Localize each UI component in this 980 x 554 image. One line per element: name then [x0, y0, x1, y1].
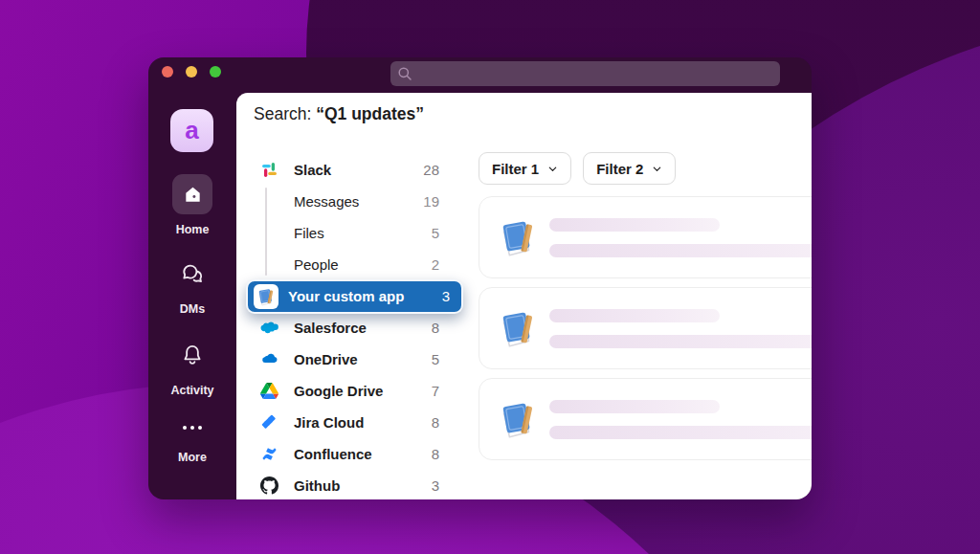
source-name: Messages: [294, 193, 359, 210]
source-row-people[interactable]: People 2: [254, 249, 441, 280]
source-row-github[interactable]: Github 3: [254, 470, 441, 499]
source-count: 7: [432, 383, 441, 399]
source-count: 3: [432, 477, 441, 494]
gdrive-icon: [260, 382, 278, 400]
source-name: Google Drive: [294, 383, 383, 399]
result-card[interactable]: [479, 287, 812, 369]
onedrive-icon: [260, 350, 278, 368]
app-window: a Home DMs Activity More Search: “Q1 upd…: [148, 57, 812, 499]
sidebar: a Home DMs Activity More: [148, 93, 236, 499]
source-row-messages[interactable]: Messages 19: [254, 186, 441, 217]
search-icon: [397, 66, 412, 81]
source-row-google-drive[interactable]: Google Drive 7: [254, 375, 441, 407]
source-count: 5: [432, 225, 441, 241]
source-count: 28: [423, 162, 441, 178]
activity-icon[interactable]: [180, 343, 205, 367]
titlebar: [148, 57, 812, 93]
filter-2-button[interactable]: Filter 2: [583, 152, 676, 185]
confluence-icon: [260, 445, 278, 463]
search-query-text: “Q1 updates”: [316, 104, 424, 123]
more-icon[interactable]: [180, 422, 205, 433]
source-count: 3: [442, 288, 461, 304]
minimize-button[interactable]: [186, 66, 197, 78]
sidebar-item-home[interactable]: [172, 174, 212, 214]
titlebar-search-input[interactable]: [390, 61, 780, 86]
source-count: 8: [432, 320, 441, 336]
github-icon: [260, 476, 278, 495]
source-row-onedrive[interactable]: OneDrive 5: [254, 343, 441, 375]
source-name: Your custom app: [288, 288, 404, 304]
source-name: Files: [294, 225, 324, 241]
source-row-confluence[interactable]: Confluence 8: [254, 438, 441, 470]
source-count: 8: [432, 414, 441, 431]
filter-bar: Filter 1 Filter 2: [479, 152, 676, 185]
result-card[interactable]: [479, 196, 812, 278]
slack-icon: [260, 161, 278, 179]
customapp-icon: [254, 284, 278, 309]
chevron-down-icon: [547, 164, 558, 174]
source-name: OneDrive: [294, 351, 358, 367]
salesforce-icon: [260, 319, 278, 337]
source-name: Github: [294, 477, 340, 494]
skeleton-line: [549, 218, 720, 232]
zoom-button[interactable]: [210, 66, 221, 78]
source-name: Slack: [294, 162, 331, 178]
page-title: Search: “Q1 updates”: [254, 104, 424, 124]
search-results-panel: Search: “Q1 updates” Slack 28 Messages 1…: [236, 93, 812, 499]
source-count: 5: [432, 351, 441, 367]
filter-1-button[interactable]: Filter 1: [479, 152, 571, 185]
source-row-your-custom-app[interactable]: Your custom app 3: [246, 279, 463, 314]
sidebar-item-home-label: Home: [148, 223, 236, 236]
source-list: Slack 28 Messages 19 Files 5 People 2 Yo…: [254, 154, 441, 499]
close-button[interactable]: [162, 66, 173, 78]
sidebar-item-activity-label: Activity: [148, 384, 236, 397]
dms-icon[interactable]: [180, 261, 205, 286]
source-count: 8: [432, 446, 441, 462]
source-name: Jira Cloud: [294, 414, 364, 431]
source-name: Salesforce: [294, 320, 367, 336]
skeleton-line: [549, 400, 720, 413]
custom-app-notebook-icon: [496, 306, 540, 350]
chevron-down-icon: [652, 164, 662, 174]
sidebar-item-more-label: More: [148, 451, 236, 464]
result-card[interactable]: [479, 378, 812, 460]
custom-app-notebook-icon: [496, 215, 540, 259]
result-card-list: [479, 196, 812, 460]
skeleton-line: [549, 309, 720, 322]
home-icon: [183, 185, 203, 205]
source-row-files[interactable]: Files 5: [254, 217, 441, 249]
custom-app-notebook-icon: [496, 397, 540, 441]
jira-icon: [260, 413, 278, 432]
source-row-salesforce[interactable]: Salesforce 8: [254, 312, 441, 343]
skeleton-line: [549, 426, 812, 439]
source-count: 19: [423, 193, 441, 210]
source-row-jira-cloud[interactable]: Jira Cloud 8: [254, 407, 441, 438]
source-name: Confluence: [294, 446, 372, 462]
skeleton-line: [549, 335, 812, 348]
source-count: 2: [432, 256, 441, 273]
workspace-icon[interactable]: a: [170, 109, 213, 152]
source-row-slack[interactable]: Slack 28: [254, 154, 441, 186]
skeleton-line: [549, 244, 812, 257]
source-name: People: [294, 256, 339, 273]
sidebar-item-dms-label: DMs: [148, 302, 236, 316]
